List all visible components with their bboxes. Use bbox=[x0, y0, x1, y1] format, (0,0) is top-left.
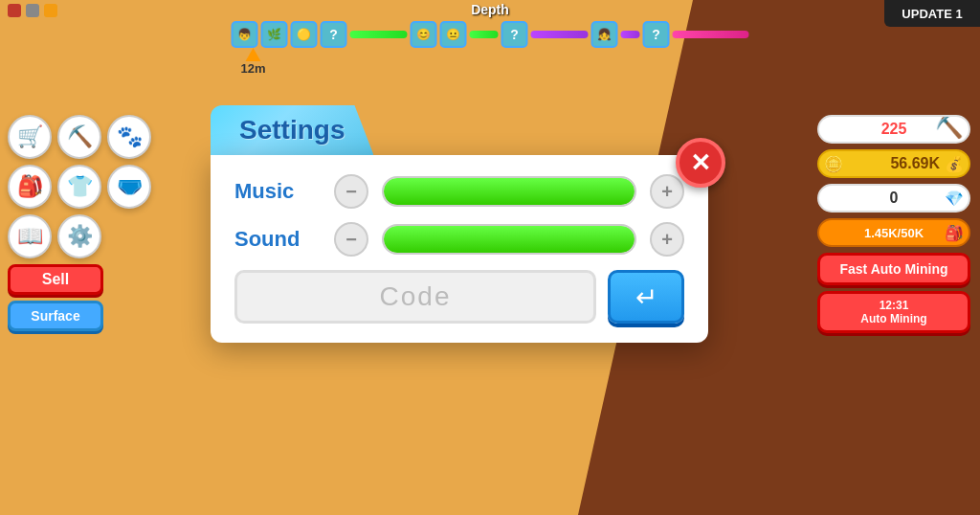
avatar-1: 👦 bbox=[232, 21, 258, 48]
music-setting-row: Music − + bbox=[234, 174, 684, 209]
settings-button[interactable]: ⚙️ bbox=[57, 214, 101, 258]
depth-seg-pink bbox=[673, 31, 749, 38]
sidebar-row-3: 📖 ⚙️ bbox=[8, 214, 151, 258]
depth-seg-purple2 bbox=[621, 31, 640, 38]
minimize-window-icon[interactable] bbox=[26, 4, 39, 17]
depth-seg-purple bbox=[531, 31, 589, 38]
depth-track: 👦 🌿 🟡 ? 😊 😐 ? 👧 ? bbox=[232, 21, 749, 48]
sound-decrease-button[interactable]: − bbox=[334, 222, 368, 257]
sound-increase-button[interactable]: + bbox=[650, 222, 684, 257]
avatar-4: 😊 bbox=[411, 21, 437, 48]
sound-setting-row: Sound − + bbox=[234, 222, 684, 257]
modal-body: ✕ Music − + Sound − + Code ↵ bbox=[211, 155, 708, 343]
close-window-icon[interactable] bbox=[8, 4, 21, 17]
avatar-2: 🌿 bbox=[261, 21, 288, 48]
avatar-5: 😐 bbox=[440, 21, 467, 48]
avatar-3: 🟡 bbox=[291, 21, 318, 48]
modal-header: Settings bbox=[211, 105, 373, 155]
maximize-window-icon[interactable] bbox=[44, 4, 57, 17]
depth-marker: 12m bbox=[241, 48, 266, 76]
depth-distance: 12m bbox=[241, 61, 266, 76]
update-label: UPDATE 1 bbox=[902, 7, 962, 21]
shorts-button[interactable]: 🩲 bbox=[107, 165, 151, 209]
right-panel: 225 ⛏️ 🪙 56.69K 💰 0 💎 1.45K/50K 🎒 Fast A… bbox=[817, 115, 970, 333]
sell-button[interactable]: Sell bbox=[8, 264, 103, 295]
auto-mining-button[interactable]: 12:31 Auto Mining bbox=[817, 291, 970, 333]
fast-auto-mining-button[interactable]: Fast Auto Mining bbox=[817, 253, 970, 285]
music-increase-button[interactable]: + bbox=[650, 174, 684, 209]
sidebar: 🛒 ⛏️ 🐾 🎒 👕 🩲 📖 ⚙️ Sell Surface bbox=[8, 115, 151, 331]
surface-button[interactable]: Surface bbox=[8, 301, 103, 331]
gold-coin-icon: 🪙 bbox=[824, 155, 843, 173]
backpack-button[interactable]: 🎒 bbox=[8, 165, 52, 209]
sound-bar bbox=[382, 224, 636, 255]
auto-mining-label: Auto Mining bbox=[828, 312, 960, 325]
gold-bar: 🪙 56.69K 💰 bbox=[817, 149, 970, 178]
coins-bar: 225 ⛏️ bbox=[817, 115, 970, 144]
gold-value: 56.69K bbox=[890, 155, 940, 172]
sidebar-row-1: 🛒 ⛏️ 🐾 bbox=[8, 115, 151, 159]
depth-seg-green2 bbox=[470, 31, 499, 38]
submit-icon: ↵ bbox=[635, 281, 657, 313]
bag-icon: 🎒 bbox=[945, 224, 964, 242]
shirt-button[interactable]: 👕 bbox=[57, 165, 101, 209]
depth-seg-green bbox=[350, 31, 408, 38]
coins-value: 225 bbox=[881, 121, 907, 138]
diamond-bar: 0 💎 bbox=[817, 184, 970, 213]
depth-triangle-icon bbox=[246, 48, 261, 61]
update-badge: UPDATE 1 bbox=[884, 0, 980, 27]
code-section: Code ↵ bbox=[234, 270, 684, 324]
unknown-3: ? bbox=[643, 21, 670, 48]
exp-value: 1.45K/50K bbox=[864, 226, 924, 240]
book-button[interactable]: 📖 bbox=[8, 214, 52, 258]
sidebar-row-2: 🎒 👕 🩲 bbox=[8, 165, 151, 209]
code-input[interactable]: Code bbox=[234, 270, 596, 324]
music-decrease-button[interactable]: − bbox=[334, 174, 368, 209]
pets-button[interactable]: 🐾 bbox=[107, 115, 151, 159]
music-label: Music bbox=[234, 179, 321, 204]
code-placeholder: Code bbox=[380, 281, 452, 312]
depth-bar: Depth 👦 🌿 🟡 ? 😊 😐 ? 👧 ? 12m bbox=[232, 0, 749, 77]
diamond-value: 0 bbox=[890, 190, 899, 207]
exp-bar: 1.45K/50K 🎒 bbox=[817, 218, 970, 247]
music-bar-fill bbox=[384, 178, 635, 205]
shop-button[interactable]: 🛒 bbox=[8, 115, 52, 159]
code-submit-button[interactable]: ↵ bbox=[608, 270, 684, 324]
window-controls bbox=[8, 4, 57, 17]
modal-title: Settings bbox=[239, 115, 345, 145]
settings-modal: Settings ✕ Music − + Sound − + Code bbox=[211, 105, 708, 343]
music-bar bbox=[382, 176, 636, 207]
dollar-icon: 💰 bbox=[945, 155, 964, 173]
auto-mining-time: 12:31 bbox=[828, 299, 960, 312]
pickaxe-button[interactable]: ⛏️ bbox=[57, 115, 101, 159]
unknown-1: ? bbox=[321, 21, 347, 48]
sound-bar-fill bbox=[384, 226, 635, 253]
depth-label: Depth bbox=[471, 0, 509, 17]
close-modal-button[interactable]: ✕ bbox=[676, 138, 725, 188]
sound-label: Sound bbox=[234, 227, 321, 252]
unknown-2: ? bbox=[501, 21, 528, 48]
pickaxe-icon: ⛏️ bbox=[935, 115, 964, 140]
diamond-icon: 💎 bbox=[945, 190, 964, 208]
avatar-6: 👧 bbox=[591, 21, 618, 48]
